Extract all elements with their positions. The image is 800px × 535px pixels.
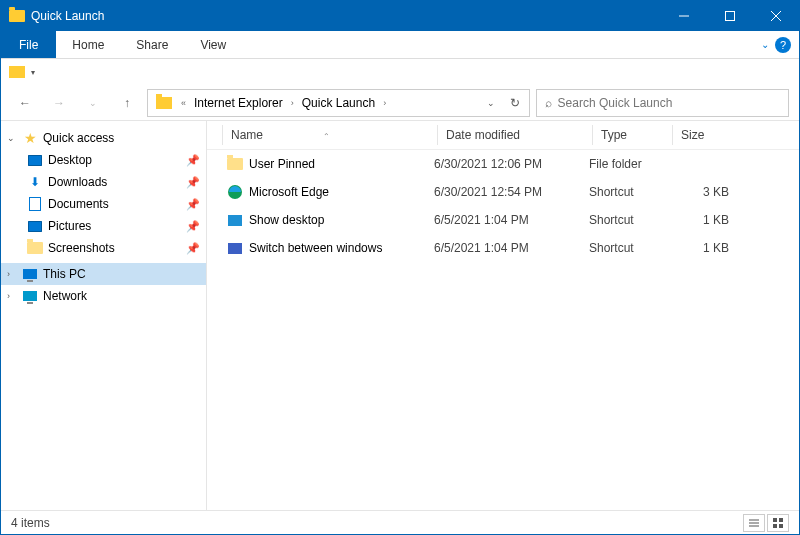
sidebar-label: This PC [43, 267, 86, 281]
file-row[interactable]: Switch between windows 6/5/2021 1:04 PM … [207, 234, 799, 262]
svg-rect-10 [773, 524, 777, 528]
refresh-button[interactable]: ↻ [503, 90, 527, 116]
ribbon: File Home Share View ⌄ ? [1, 31, 799, 59]
sidebar-item-pictures[interactable]: Pictures 📌 [1, 215, 206, 237]
status-bar: 4 items [1, 510, 799, 534]
window-title: Quick Launch [31, 9, 661, 23]
pin-icon: 📌 [186, 198, 200, 211]
sort-indicator-icon: ⌃ [323, 132, 330, 141]
chevron-down-icon[interactable]: ⌄ [761, 39, 769, 50]
pictures-icon [27, 218, 43, 234]
file-name: Microsoft Edge [249, 185, 329, 199]
recent-locations-button[interactable]: ⌄ [79, 89, 107, 117]
sidebar-network[interactable]: › Network [1, 285, 206, 307]
sidebar-label: Quick access [43, 131, 114, 145]
chevron-right-icon[interactable]: › [380, 98, 389, 108]
pin-icon: 📌 [186, 242, 200, 255]
sidebar-item-label: Desktop [48, 153, 92, 167]
search-input[interactable] [558, 96, 780, 110]
home-tab[interactable]: Home [56, 31, 120, 58]
file-row[interactable]: Show desktop 6/5/2021 1:04 PM Shortcut 1… [207, 206, 799, 234]
sidebar-item-label: Downloads [48, 175, 107, 189]
folder-icon [227, 156, 243, 172]
breadcrumb-segment[interactable]: Quick Launch [297, 96, 380, 110]
maximize-button[interactable] [707, 1, 753, 31]
sidebar-item-desktop[interactable]: Desktop 📌 [1, 149, 206, 171]
file-size: 1 KB [669, 241, 729, 255]
file-tab[interactable]: File [1, 31, 56, 58]
titlebar: Quick Launch [1, 1, 799, 31]
this-pc-icon [22, 266, 38, 282]
search-icon: ⌕ [545, 96, 552, 110]
edge-icon [227, 184, 243, 200]
file-size: 3 KB [669, 185, 729, 199]
column-type[interactable]: Type [593, 121, 673, 149]
network-icon [22, 288, 38, 304]
column-headers: Name⌃ Date modified Type Size [207, 121, 799, 150]
breadcrumb-prefix-icon[interactable]: « [178, 98, 189, 108]
chevron-down-icon[interactable]: ▾ [31, 68, 35, 77]
file-date: 6/30/2021 12:06 PM [434, 157, 589, 171]
close-button[interactable] [753, 1, 799, 31]
sidebar-item-documents[interactable]: Documents 📌 [1, 193, 206, 215]
search-box[interactable]: ⌕ [536, 89, 789, 117]
file-name: Show desktop [249, 213, 324, 227]
column-size[interactable]: Size [673, 121, 753, 149]
details-view-button[interactable] [743, 514, 765, 532]
sidebar-item-label: Documents [48, 197, 109, 211]
quick-access-toolbar: ▾ [1, 59, 799, 85]
file-type: Shortcut [589, 241, 669, 255]
file-row[interactable]: User Pinned 6/30/2021 12:06 PM File fold… [207, 150, 799, 178]
downloads-icon: ⬇ [27, 174, 43, 190]
column-name[interactable]: Name⌃ [223, 121, 438, 149]
back-button[interactable]: ← [11, 89, 39, 117]
folder-icon[interactable] [9, 66, 25, 78]
chevron-right-icon[interactable]: › [288, 98, 297, 108]
sidebar-item-label: Pictures [48, 219, 91, 233]
file-row[interactable]: Microsoft Edge 6/30/2021 12:54 PM Shortc… [207, 178, 799, 206]
item-count: 4 items [11, 516, 50, 530]
help-icon[interactable]: ? [775, 37, 791, 53]
documents-icon [27, 196, 43, 212]
breadcrumb-segment[interactable]: Internet Explorer [189, 96, 288, 110]
pin-icon: 📌 [186, 154, 200, 167]
sidebar-this-pc[interactable]: › This PC [1, 263, 206, 285]
view-tab[interactable]: View [184, 31, 242, 58]
large-icons-view-button[interactable] [767, 514, 789, 532]
svg-rect-9 [779, 518, 783, 522]
folder-icon [9, 10, 25, 22]
chevron-down-icon[interactable]: ⌄ [7, 133, 17, 143]
file-date: 6/5/2021 1:04 PM [434, 241, 589, 255]
minimize-button[interactable] [661, 1, 707, 31]
navigation-pane: ⌄ ★ Quick access Desktop 📌 ⬇ Downloads 📌… [1, 121, 207, 510]
sidebar-label: Network [43, 289, 87, 303]
up-button[interactable]: ↑ [113, 89, 141, 117]
file-size: 1 KB [669, 213, 729, 227]
svg-rect-1 [726, 12, 735, 21]
file-type: Shortcut [589, 185, 669, 199]
forward-button[interactable]: → [45, 89, 73, 117]
sidebar-quick-access[interactable]: ⌄ ★ Quick access [1, 127, 206, 149]
file-list: Name⌃ Date modified Type Size User Pinne… [207, 121, 799, 510]
pin-icon: 📌 [186, 220, 200, 233]
sidebar-item-downloads[interactable]: ⬇ Downloads 📌 [1, 171, 206, 193]
pin-icon: 📌 [186, 176, 200, 189]
chevron-right-icon[interactable]: › [7, 269, 17, 279]
svg-rect-8 [773, 518, 777, 522]
address-dropdown-button[interactable]: ⌄ [479, 90, 503, 116]
address-bar[interactable]: « Internet Explorer › Quick Launch › ⌄ ↻ [147, 89, 530, 117]
file-date: 6/30/2021 12:54 PM [434, 185, 589, 199]
chevron-right-icon[interactable]: › [7, 291, 17, 301]
folder-icon [27, 240, 43, 256]
svg-rect-11 [779, 524, 783, 528]
file-name: Switch between windows [249, 241, 382, 255]
desktop-icon [27, 152, 43, 168]
column-date[interactable]: Date modified [438, 121, 593, 149]
file-type: Shortcut [589, 213, 669, 227]
file-type: File folder [589, 157, 669, 171]
sidebar-item-screenshots[interactable]: Screenshots 📌 [1, 237, 206, 259]
star-icon: ★ [22, 130, 38, 146]
file-date: 6/5/2021 1:04 PM [434, 213, 589, 227]
sidebar-item-label: Screenshots [48, 241, 115, 255]
share-tab[interactable]: Share [120, 31, 184, 58]
